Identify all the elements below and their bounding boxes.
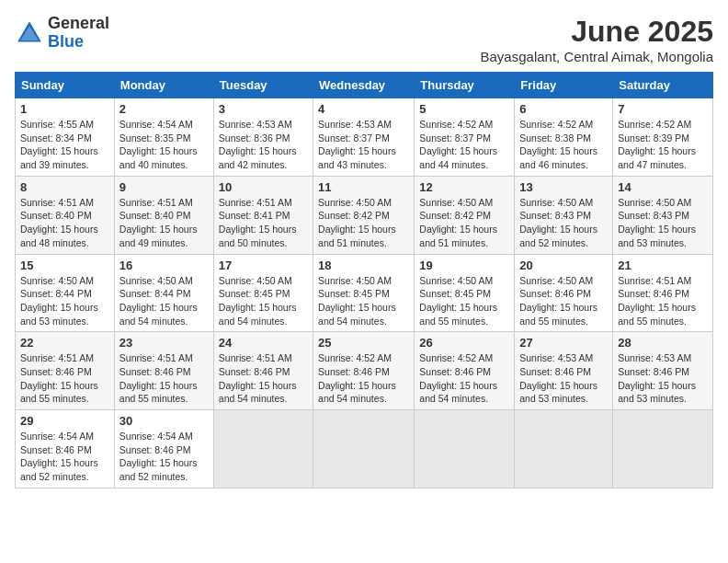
calendar-cell: 28Sunrise: 4:53 AM Sunset: 8:46 PM Dayli…	[613, 332, 713, 410]
week-row-4: 22Sunrise: 4:51 AM Sunset: 8:46 PM Dayli…	[16, 332, 713, 410]
day-number: 25	[318, 336, 409, 350]
day-number: 20	[519, 259, 608, 272]
calendar-cell: 17Sunrise: 4:50 AM Sunset: 8:45 PM Dayli…	[213, 254, 313, 332]
calendar-cell: 8Sunrise: 4:51 AM Sunset: 8:40 PM Daylig…	[16, 176, 115, 254]
calendar-cell: 3Sunrise: 4:53 AM Sunset: 8:36 PM Daylig…	[213, 98, 313, 177]
day-number: 28	[618, 336, 708, 350]
logo-general: General	[48, 14, 109, 32]
day-info: Sunrise: 4:52 AM Sunset: 8:46 PM Dayligh…	[318, 351, 409, 406]
calendar-cell	[515, 410, 613, 488]
calendar-cell: 18Sunrise: 4:50 AM Sunset: 8:45 PM Dayli…	[313, 254, 415, 332]
day-number: 2	[119, 102, 209, 116]
day-info: Sunrise: 4:50 AM Sunset: 8:45 PM Dayligh…	[219, 274, 308, 328]
calendar-cell: 1Sunrise: 4:55 AM Sunset: 8:34 PM Daylig…	[16, 98, 115, 177]
calendar-cell	[613, 410, 713, 488]
week-row-1: 1Sunrise: 4:55 AM Sunset: 8:34 PM Daylig…	[16, 98, 713, 177]
day-number: 5	[419, 102, 509, 116]
day-number: 11	[318, 180, 409, 194]
calendar-cell: 27Sunrise: 4:53 AM Sunset: 8:46 PM Dayli…	[515, 332, 613, 410]
day-number: 4	[318, 102, 409, 116]
calendar-cell	[415, 410, 515, 488]
day-info: Sunrise: 4:50 AM Sunset: 8:43 PM Dayligh…	[519, 196, 608, 250]
calendar-cell: 19Sunrise: 4:50 AM Sunset: 8:45 PM Dayli…	[415, 254, 515, 332]
day-number: 13	[519, 180, 608, 194]
day-number: 6	[519, 102, 608, 116]
day-number: 7	[618, 102, 708, 116]
calendar-cell: 12Sunrise: 4:50 AM Sunset: 8:42 PM Dayli…	[415, 176, 515, 254]
day-number: 23	[119, 336, 209, 350]
day-info: Sunrise: 4:50 AM Sunset: 8:45 PM Dayligh…	[419, 274, 509, 328]
weekday-friday: Friday	[515, 73, 613, 98]
calendar-cell: 25Sunrise: 4:52 AM Sunset: 8:46 PM Dayli…	[313, 332, 415, 410]
page-header: General Blue June 2025 Bayasgalant, Cent…	[15, 15, 713, 64]
calendar-body: 1Sunrise: 4:55 AM Sunset: 8:34 PM Daylig…	[16, 98, 713, 488]
week-row-5: 29Sunrise: 4:54 AM Sunset: 8:46 PM Dayli…	[16, 410, 713, 488]
calendar-cell: 6Sunrise: 4:52 AM Sunset: 8:38 PM Daylig…	[515, 98, 613, 177]
logo-text: General Blue	[48, 15, 109, 52]
day-info: Sunrise: 4:50 AM Sunset: 8:42 PM Dayligh…	[419, 196, 509, 250]
day-info: Sunrise: 4:51 AM Sunset: 8:46 PM Dayligh…	[219, 351, 308, 406]
week-row-2: 8Sunrise: 4:51 AM Sunset: 8:40 PM Daylig…	[16, 176, 713, 254]
day-number: 10	[219, 180, 308, 194]
calendar-cell: 21Sunrise: 4:51 AM Sunset: 8:46 PM Dayli…	[613, 254, 713, 332]
day-info: Sunrise: 4:52 AM Sunset: 8:46 PM Dayligh…	[419, 351, 509, 406]
calendar-cell: 16Sunrise: 4:50 AM Sunset: 8:44 PM Dayli…	[114, 254, 213, 332]
calendar-cell: 11Sunrise: 4:50 AM Sunset: 8:42 PM Dayli…	[313, 176, 415, 254]
day-info: Sunrise: 4:50 AM Sunset: 8:44 PM Dayligh…	[119, 274, 209, 328]
weekday-tuesday: Tuesday	[213, 73, 313, 98]
day-number: 12	[419, 180, 509, 194]
calendar-cell: 13Sunrise: 4:50 AM Sunset: 8:43 PM Dayli…	[515, 176, 613, 254]
title-block: June 2025 Bayasgalant, Central Aimak, Mo…	[481, 15, 713, 64]
day-number: 21	[618, 259, 708, 272]
day-info: Sunrise: 4:54 AM Sunset: 8:46 PM Dayligh…	[119, 430, 209, 484]
logo-icon	[15, 18, 44, 48]
day-number: 27	[519, 336, 608, 350]
calendar-cell: 2Sunrise: 4:54 AM Sunset: 8:35 PM Daylig…	[114, 98, 213, 177]
day-info: Sunrise: 4:51 AM Sunset: 8:40 PM Dayligh…	[119, 196, 209, 250]
day-info: Sunrise: 4:52 AM Sunset: 8:39 PM Dayligh…	[618, 118, 708, 172]
calendar-cell: 7Sunrise: 4:52 AM Sunset: 8:39 PM Daylig…	[613, 98, 713, 177]
location: Bayasgalant, Central Aimak, Mongolia	[481, 49, 713, 64]
day-info: Sunrise: 4:51 AM Sunset: 8:46 PM Dayligh…	[119, 351, 209, 406]
calendar-cell: 9Sunrise: 4:51 AM Sunset: 8:40 PM Daylig…	[114, 176, 213, 254]
day-number: 15	[20, 259, 109, 272]
day-number: 1	[20, 102, 109, 116]
logo: General Blue	[15, 15, 109, 52]
calendar-cell: 15Sunrise: 4:50 AM Sunset: 8:44 PM Dayli…	[16, 254, 115, 332]
weekday-sunday: Sunday	[16, 73, 115, 98]
calendar-cell: 10Sunrise: 4:51 AM Sunset: 8:41 PM Dayli…	[213, 176, 313, 254]
day-number: 8	[20, 180, 109, 194]
calendar-cell	[313, 410, 415, 488]
calendar-cell: 4Sunrise: 4:53 AM Sunset: 8:37 PM Daylig…	[313, 98, 415, 177]
day-info: Sunrise: 4:50 AM Sunset: 8:43 PM Dayligh…	[618, 196, 708, 250]
day-info: Sunrise: 4:53 AM Sunset: 8:37 PM Dayligh…	[318, 118, 409, 172]
day-number: 17	[219, 259, 308, 272]
day-info: Sunrise: 4:53 AM Sunset: 8:46 PM Dayligh…	[519, 351, 608, 406]
day-number: 14	[618, 180, 708, 194]
weekday-header-row: SundayMondayTuesdayWednesdayThursdayFrid…	[16, 73, 713, 98]
day-info: Sunrise: 4:50 AM Sunset: 8:45 PM Dayligh…	[318, 274, 409, 328]
day-info: Sunrise: 4:51 AM Sunset: 8:41 PM Dayligh…	[219, 196, 308, 250]
day-info: Sunrise: 4:51 AM Sunset: 8:46 PM Dayligh…	[618, 274, 708, 328]
day-number: 29	[20, 414, 109, 428]
day-number: 30	[119, 414, 209, 428]
day-info: Sunrise: 4:53 AM Sunset: 8:46 PM Dayligh…	[618, 351, 708, 406]
calendar-cell: 29Sunrise: 4:54 AM Sunset: 8:46 PM Dayli…	[16, 410, 115, 488]
day-info: Sunrise: 4:52 AM Sunset: 8:38 PM Dayligh…	[519, 118, 608, 172]
week-row-3: 15Sunrise: 4:50 AM Sunset: 8:44 PM Dayli…	[16, 254, 713, 332]
calendar-cell: 30Sunrise: 4:54 AM Sunset: 8:46 PM Dayli…	[114, 410, 213, 488]
calendar-cell: 14Sunrise: 4:50 AM Sunset: 8:43 PM Dayli…	[613, 176, 713, 254]
day-number: 18	[318, 259, 409, 272]
weekday-wednesday: Wednesday	[313, 73, 415, 98]
day-info: Sunrise: 4:52 AM Sunset: 8:37 PM Dayligh…	[419, 118, 509, 172]
calendar-cell: 5Sunrise: 4:52 AM Sunset: 8:37 PM Daylig…	[415, 98, 515, 177]
day-info: Sunrise: 4:54 AM Sunset: 8:46 PM Dayligh…	[20, 430, 109, 484]
day-number: 3	[219, 102, 308, 116]
day-info: Sunrise: 4:54 AM Sunset: 8:35 PM Dayligh…	[119, 118, 209, 172]
calendar-cell	[213, 410, 313, 488]
weekday-thursday: Thursday	[415, 73, 515, 98]
logo-blue: Blue	[48, 32, 84, 51]
calendar-cell: 20Sunrise: 4:50 AM Sunset: 8:46 PM Dayli…	[515, 254, 613, 332]
day-info: Sunrise: 4:53 AM Sunset: 8:36 PM Dayligh…	[219, 118, 308, 172]
weekday-monday: Monday	[114, 73, 213, 98]
